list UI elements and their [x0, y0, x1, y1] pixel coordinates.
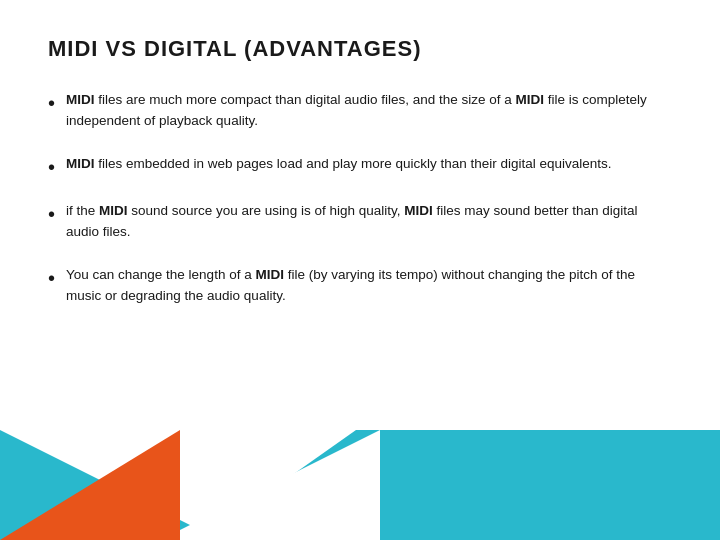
- bullet-text-1: MIDI files are much more compact than di…: [66, 90, 672, 132]
- midi-bold-6: MIDI: [255, 267, 284, 282]
- bullet-text-4: You can change the length of a MIDI file…: [66, 265, 672, 307]
- bullet-dot-3: •: [48, 202, 66, 226]
- bullet-dot-4: •: [48, 266, 66, 290]
- slide-title: MIDI VS DIGITAL (ADVANTAGES): [48, 36, 672, 62]
- midi-bold-2: MIDI: [515, 92, 544, 107]
- bullet-dot-2: •: [48, 155, 66, 179]
- bullet-text-3: if the MIDI sound source you are using i…: [66, 201, 672, 243]
- bullet-text-2: MIDI files embedded in web pages load an…: [66, 154, 672, 175]
- bullet-item-2: • MIDI files embedded in web pages load …: [48, 154, 672, 179]
- bottom-decoration: [0, 430, 720, 540]
- bullet-item-1: • MIDI files are much more compact than …: [48, 90, 672, 132]
- midi-bold-5: MIDI: [404, 203, 433, 218]
- bullet-item-3: • if the MIDI sound source you are using…: [48, 201, 672, 243]
- bullet-dot-1: •: [48, 91, 66, 115]
- midi-bold-4: MIDI: [99, 203, 128, 218]
- midi-bold-3: MIDI: [66, 156, 95, 171]
- bullet-list: • MIDI files are much more compact than …: [48, 90, 672, 307]
- midi-bold: MIDI: [66, 92, 95, 107]
- content-area: MIDI VS DIGITAL (ADVANTAGES) • MIDI file…: [0, 0, 720, 349]
- slide: MIDI VS DIGITAL (ADVANTAGES) • MIDI file…: [0, 0, 720, 540]
- bullet-item-4: • You can change the length of a MIDI fi…: [48, 265, 672, 307]
- white-divider-shape: [160, 430, 380, 540]
